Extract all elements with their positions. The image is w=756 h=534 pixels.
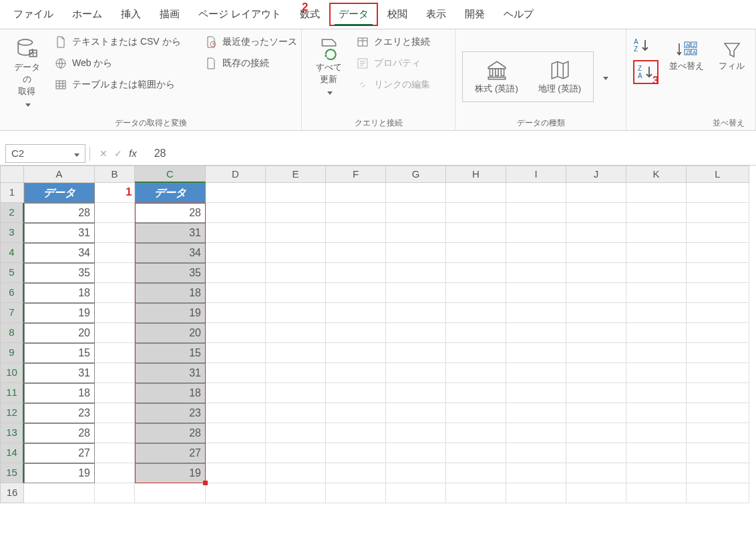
geography-datatype-button[interactable]: 地理 (英語) xyxy=(538,59,581,95)
cell-G1[interactable] xyxy=(386,183,446,203)
cell-G3[interactable] xyxy=(386,223,446,243)
cell-J8[interactable] xyxy=(566,323,626,343)
row-header-5[interactable]: 5 xyxy=(0,263,24,283)
sort-dialog-button[interactable]: AZZA 並べ替え xyxy=(665,37,708,75)
cell-K15[interactable] xyxy=(626,463,687,483)
cell-C10[interactable]: 31 xyxy=(135,363,206,383)
cell-D7[interactable] xyxy=(206,303,266,323)
cell-I1[interactable] xyxy=(506,183,566,203)
cell-I5[interactable] xyxy=(506,263,566,283)
cell-B9[interactable] xyxy=(95,343,135,363)
cell-K5[interactable] xyxy=(626,263,687,283)
confirm-icon[interactable]: ✓ xyxy=(114,148,122,159)
cell-I9[interactable] xyxy=(506,343,566,363)
cell-I10[interactable] xyxy=(506,363,566,383)
cell-D2[interactable] xyxy=(206,203,266,223)
cell-E13[interactable] xyxy=(266,423,326,443)
cell-G12[interactable] xyxy=(386,403,446,423)
cell-L3[interactable] xyxy=(687,223,749,243)
cell-I6[interactable] xyxy=(506,283,566,303)
cell-L8[interactable] xyxy=(687,323,749,343)
col-header-B[interactable]: B xyxy=(95,166,135,183)
cell-D14[interactable] xyxy=(206,443,266,463)
cell-A15[interactable]: 19 xyxy=(24,463,95,483)
cell-C6[interactable]: 18 xyxy=(135,283,206,303)
cell-G5[interactable] xyxy=(386,263,446,283)
menu-挿入[interactable]: 挿入 xyxy=(112,3,150,26)
col-header-E[interactable]: E xyxy=(266,166,326,183)
cell-J11[interactable] xyxy=(566,383,626,403)
cell-F9[interactable] xyxy=(326,343,386,363)
cell-C12[interactable]: 23 xyxy=(135,403,206,423)
cell-H5[interactable] xyxy=(446,263,506,283)
cell-B8[interactable] xyxy=(95,323,135,343)
cell-B14[interactable] xyxy=(95,443,135,463)
refresh-all-button[interactable]: すべて 更新 xyxy=(309,35,349,99)
cell-E2[interactable] xyxy=(266,203,326,223)
cell-A6[interactable]: 18 xyxy=(24,283,95,303)
col-header-F[interactable]: F xyxy=(326,166,386,183)
cell-H8[interactable] xyxy=(446,323,506,343)
cell-F2[interactable] xyxy=(326,203,386,223)
sort-ascending-button[interactable]: AZ xyxy=(633,37,658,53)
cell-D8[interactable] xyxy=(206,323,266,343)
menu-ヘルプ[interactable]: ヘルプ xyxy=(494,3,543,26)
row-header-4[interactable]: 4 xyxy=(0,243,24,263)
cell-H3[interactable] xyxy=(446,223,506,243)
cell-D16[interactable] xyxy=(206,483,266,503)
cell-I13[interactable] xyxy=(506,423,566,443)
cell-B5[interactable] xyxy=(95,263,135,283)
cell-J10[interactable] xyxy=(566,363,626,383)
cell-L16[interactable] xyxy=(687,483,749,503)
row-header-2[interactable]: 2 xyxy=(0,203,24,223)
cell-F16[interactable] xyxy=(326,483,386,503)
row-header-10[interactable]: 10 xyxy=(0,363,24,383)
cell-E6[interactable] xyxy=(266,283,326,303)
cell-B4[interactable] xyxy=(95,243,135,263)
cell-H6[interactable] xyxy=(446,283,506,303)
cell-I4[interactable] xyxy=(506,243,566,263)
cell-H13[interactable] xyxy=(446,423,506,443)
cell-F14[interactable] xyxy=(326,443,386,463)
cell-E14[interactable] xyxy=(266,443,326,463)
cell-J12[interactable] xyxy=(566,403,626,423)
cell-L12[interactable] xyxy=(687,403,749,423)
cell-F15[interactable] xyxy=(326,463,386,483)
cell-F5[interactable] xyxy=(326,263,386,283)
row-header-8[interactable]: 8 xyxy=(0,323,24,343)
cell-K1[interactable] xyxy=(626,183,687,203)
row-header-15[interactable]: 15 xyxy=(0,463,24,483)
cell-F1[interactable] xyxy=(326,183,386,203)
cell-L4[interactable] xyxy=(687,243,749,263)
cell-E3[interactable] xyxy=(266,223,326,243)
cell-J6[interactable] xyxy=(566,283,626,303)
row-header-11[interactable]: 11 xyxy=(0,383,24,403)
cell-C11[interactable]: 18 xyxy=(135,383,206,403)
cell-B12[interactable] xyxy=(95,403,135,423)
cell-D13[interactable] xyxy=(206,423,266,443)
cell-K2[interactable] xyxy=(626,203,687,223)
cell-B10[interactable] xyxy=(95,363,135,383)
cell-C2[interactable]: 28 xyxy=(135,203,206,223)
row-header-13[interactable]: 13 xyxy=(0,423,24,443)
cell-G8[interactable] xyxy=(386,323,446,343)
cell-E9[interactable] xyxy=(266,343,326,363)
row-header-3[interactable]: 3 xyxy=(0,223,24,243)
cell-I2[interactable] xyxy=(506,203,566,223)
row-header-9[interactable]: 9 xyxy=(0,343,24,363)
cell-F13[interactable] xyxy=(326,423,386,443)
menu-数式[interactable]: 数式 xyxy=(291,3,329,26)
cell-G10[interactable] xyxy=(386,363,446,383)
cell-K14[interactable] xyxy=(626,443,687,463)
name-box[interactable]: C2 xyxy=(5,144,85,163)
cell-E15[interactable] xyxy=(266,463,326,483)
from-web-button[interactable]: Web から xyxy=(51,56,185,71)
cell-G2[interactable] xyxy=(386,203,446,223)
cell-A1[interactable]: データ xyxy=(24,183,95,203)
cell-G9[interactable] xyxy=(386,343,446,363)
cell-E4[interactable] xyxy=(266,243,326,263)
cell-J13[interactable] xyxy=(566,423,626,443)
cell-I3[interactable] xyxy=(506,223,566,243)
row-header-1[interactable]: 1 xyxy=(0,183,24,203)
cell-H16[interactable] xyxy=(446,483,506,503)
